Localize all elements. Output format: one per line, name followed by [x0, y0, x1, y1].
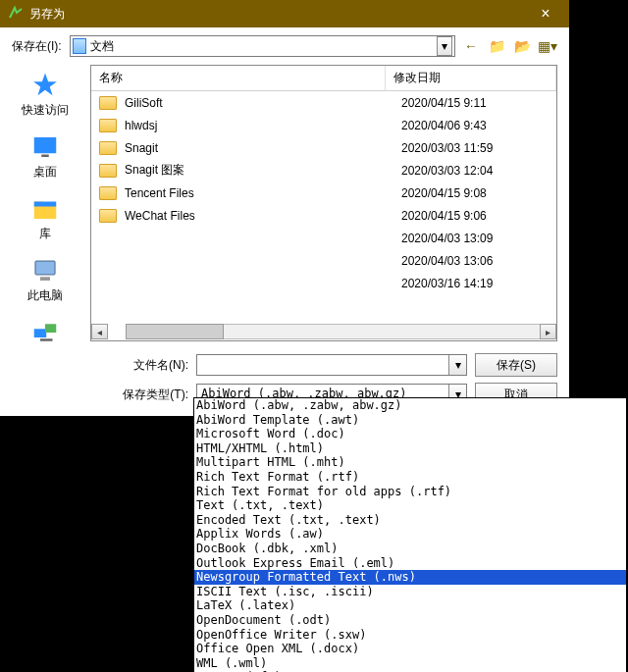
file-date: 2020/03/16 14:19 [401, 277, 556, 290]
file-list-body: GiliSoft2020/04/15 9:11hlwdsj2020/04/06 … [91, 91, 556, 323]
sidebar-libraries[interactable]: 库 [0, 194, 90, 242]
folder-icon [99, 141, 117, 155]
filetype-option[interactable]: OpenDocument (.odt) [194, 613, 626, 628]
col-header-name[interactable]: 名称 [91, 66, 386, 90]
filetype-option[interactable]: Newsgroup Formatted Text (.nws) [194, 570, 626, 585]
svg-rect-5 [34, 329, 47, 337]
table-row[interactable]: GiliSoft2020/04/15 9:11 [91, 91, 556, 114]
file-date: 2020/04/15 9:11 [401, 96, 556, 110]
folder-icon [99, 96, 117, 110]
table-row[interactable]: WeChat Files2020/04/15 9:06 [91, 204, 556, 227]
desktop-icon [28, 132, 62, 162]
chevron-down-icon[interactable]: ▾ [448, 355, 466, 375]
view-menu-icon[interactable]: ▦▾ [538, 36, 557, 56]
chevron-down-icon[interactable]: ▾ [437, 36, 452, 56]
filetype-option[interactable]: Rich Text Format (.rtf) [194, 470, 626, 485]
filetype-option[interactable]: DocBook (.dbk, .xml) [194, 542, 626, 556]
svg-rect-7 [40, 338, 53, 341]
filename-input[interactable]: ▾ [196, 354, 467, 376]
star-icon [28, 71, 62, 100]
file-name: WeChat Files [125, 209, 401, 223]
sidebar-this-pc[interactable]: 此电脑 [0, 256, 90, 304]
table-row[interactable]: 2020/04/03 13:09 [91, 227, 556, 249]
window-title: 另存为 [29, 6, 526, 23]
folder-icon [99, 186, 117, 200]
file-name: Snagit 图案 [125, 162, 401, 179]
network-icon [28, 318, 62, 347]
sidebar-label: 库 [39, 226, 51, 242]
folder-name: 文档 [86, 38, 437, 55]
sidebar-label: 快速访问 [22, 102, 69, 119]
file-name: Tencent Files [125, 186, 401, 200]
file-date: 2020/03/03 12:04 [401, 164, 556, 178]
save-button[interactable]: 保存(S) [475, 353, 557, 377]
svg-rect-1 [41, 155, 49, 158]
folder-icon [99, 209, 117, 223]
sidebar-network[interactable]: 网络 [0, 318, 90, 347]
save-in-label: 保存在(I): [12, 38, 62, 55]
file-date: 2020/04/06 9:43 [401, 119, 556, 132]
file-name: Snagit [125, 141, 401, 155]
places-sidebar: 快速访问 桌面 库 此电脑 网络 [0, 65, 90, 347]
file-date: 2020/04/03 13:06 [401, 254, 556, 268]
filetype-option[interactable]: Outlook Express Email (.eml) [194, 556, 626, 571]
svg-rect-2 [34, 202, 57, 207]
save-as-dialog: 另存为 × 保存在(I): 文档 ▾ ← 📁 📂 ▦▾ 快速访问 桌面 [0, 0, 569, 416]
watermark: www.cfan.com.cn [548, 659, 624, 670]
table-row[interactable]: 2020/03/16 14:19 [91, 272, 556, 294]
file-list-header: 名称 修改日期 [91, 66, 556, 91]
filename-label: 文件名(N): [94, 357, 192, 374]
filetype-option[interactable]: AbiWord Template (.awt) [194, 413, 626, 428]
filetype-option[interactable]: Office Open XML (.docx) [194, 642, 626, 656]
filetype-option[interactable]: AbiWord (.abw, .zabw, abw.gz) [194, 398, 626, 413]
file-name: hlwdsj [125, 119, 401, 132]
filetype-option[interactable]: Applix Words (.aw) [194, 527, 626, 542]
nav-buttons: ← 📁 📂 ▦▾ [461, 36, 557, 56]
filetype-option[interactable]: Encoded Text (.txt, .text) [194, 513, 626, 528]
file-date: 2020/03/03 11:59 [401, 141, 556, 155]
svg-rect-4 [40, 277, 50, 281]
col-header-date[interactable]: 修改日期 [386, 66, 556, 90]
table-row[interactable]: 2020/04/03 13:06 [91, 249, 556, 272]
file-date: 2020/04/03 13:09 [401, 232, 556, 245]
table-row[interactable]: Tencent Files2020/04/15 9:08 [91, 181, 556, 204]
titlebar: 另存为 × [0, 0, 569, 27]
scrollbar-thumb[interactable] [126, 324, 224, 339]
file-name: GiliSoft [125, 96, 401, 110]
documents-icon [73, 38, 86, 54]
sidebar-label: 此电脑 [27, 287, 63, 304]
filetype-dropdown-list[interactable]: AbiWord (.abw, .zabw, abw.gz)AbiWord Tem… [193, 397, 627, 672]
filetype-option[interactable]: Multipart HTML (.mht) [194, 455, 626, 470]
scrollbar-track[interactable] [224, 324, 540, 339]
table-row[interactable]: Snagit2020/03/03 11:59 [91, 136, 556, 159]
sidebar-desktop[interactable]: 桌面 [0, 132, 90, 181]
file-list: 名称 修改日期 GiliSoft2020/04/15 9:11hlwdsj202… [90, 65, 557, 341]
svg-rect-0 [34, 137, 57, 153]
scroll-left-icon[interactable]: ◂ [91, 324, 108, 339]
filetype-option[interactable]: ISCII Text (.isc, .iscii) [194, 585, 626, 599]
file-date: 2020/04/15 9:06 [401, 209, 556, 223]
folder-select[interactable]: 文档 ▾ [70, 35, 455, 57]
filetype-option[interactable]: Rich Text Format for old apps (.rtf) [194, 485, 626, 499]
filetype-option[interactable]: OpenOffice Writer (.sxw) [194, 628, 626, 643]
back-icon[interactable]: ← [461, 36, 481, 56]
horizontal-scrollbar[interactable]: ◂ ▸ [91, 323, 556, 340]
up-folder-icon[interactable]: 📁 [487, 36, 506, 56]
scroll-right-icon[interactable]: ▸ [540, 324, 556, 339]
new-folder-icon[interactable]: 📂 [512, 36, 532, 56]
content-area: 快速访问 桌面 库 此电脑 网络 名称 修改日期 [0, 65, 569, 347]
svg-rect-6 [45, 324, 56, 333]
table-row[interactable]: hlwdsj2020/04/06 9:43 [91, 114, 556, 136]
folder-icon [99, 119, 117, 132]
folder-icon [99, 164, 117, 178]
table-row[interactable]: Snagit 图案2020/03/03 12:04 [91, 159, 556, 181]
filetype-option[interactable]: HTML/XHTML (.html) [194, 441, 626, 456]
app-icon [8, 5, 24, 24]
close-button[interactable]: × [526, 0, 565, 27]
svg-rect-3 [35, 261, 55, 275]
file-date: 2020/04/15 9:08 [401, 186, 556, 200]
filetype-option[interactable]: LaTeX (.latex) [194, 598, 626, 613]
filetype-option[interactable]: Text (.txt, .text) [194, 498, 626, 513]
filetype-option[interactable]: Microsoft Word (.doc) [194, 427, 626, 441]
sidebar-quick-access[interactable]: 快速访问 [0, 71, 90, 119]
